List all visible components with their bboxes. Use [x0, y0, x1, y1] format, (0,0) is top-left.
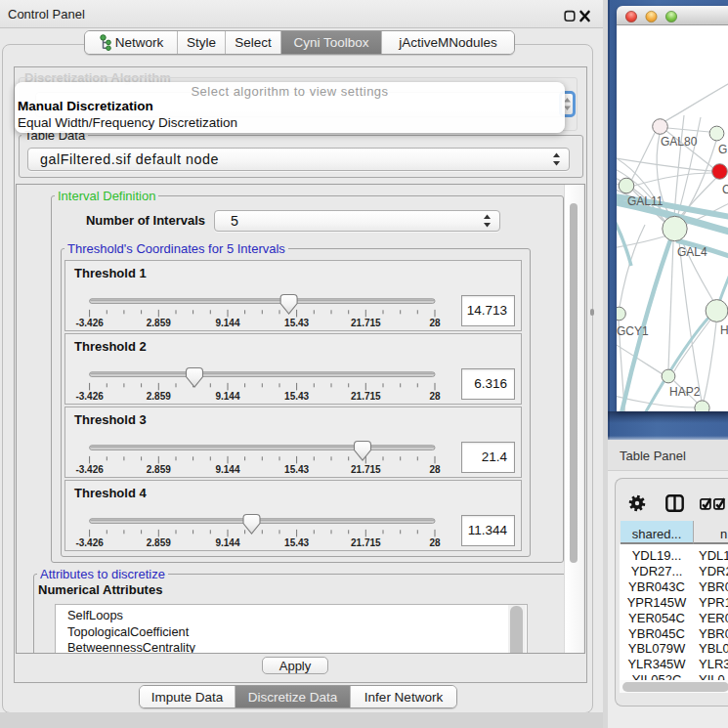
svg-text:28: 28	[429, 318, 441, 328]
svg-text:9.144: 9.144	[215, 391, 239, 402]
svg-text:HAP2: HAP2	[669, 385, 701, 399]
svg-text:28: 28	[429, 464, 441, 475]
svg-text:GCY1: GCY1	[617, 324, 649, 338]
svg-text:15.43: 15.43	[284, 391, 309, 402]
svg-text:G.: G.	[718, 143, 728, 156]
svg-text:21.715: 21.715	[351, 391, 381, 402]
svg-text:2.859: 2.859	[147, 318, 171, 328]
svg-text:-3.426: -3.426	[75, 537, 104, 548]
svg-text:-3.426: -3.426	[75, 318, 104, 328]
svg-text:2.859: 2.859	[147, 391, 171, 402]
svg-text:2.859: 2.859	[147, 464, 171, 475]
svg-text:28: 28	[429, 391, 441, 402]
svg-text:-3.426: -3.426	[75, 391, 104, 402]
svg-text:15.43: 15.43	[284, 464, 309, 475]
svg-text:9.144: 9.144	[215, 537, 239, 548]
svg-text:-3.426: -3.426	[75, 464, 104, 475]
svg-text:H: H	[720, 323, 728, 337]
svg-text:9.144: 9.144	[215, 318, 239, 328]
svg-text:15.43: 15.43	[284, 537, 309, 548]
svg-text:21.715: 21.715	[351, 464, 381, 475]
svg-text:9.144: 9.144	[215, 464, 239, 475]
svg-text:21.715: 21.715	[351, 318, 381, 328]
svg-text:GAL4: GAL4	[677, 245, 707, 259]
svg-text:GAL11: GAL11	[627, 194, 664, 208]
svg-text:GAL80: GAL80	[661, 135, 698, 149]
svg-text:2.859: 2.859	[147, 537, 171, 548]
svg-text:15.43: 15.43	[284, 318, 309, 328]
svg-text:C: C	[722, 183, 728, 196]
svg-text:21.715: 21.715	[351, 537, 381, 548]
svg-text:28: 28	[429, 537, 441, 548]
